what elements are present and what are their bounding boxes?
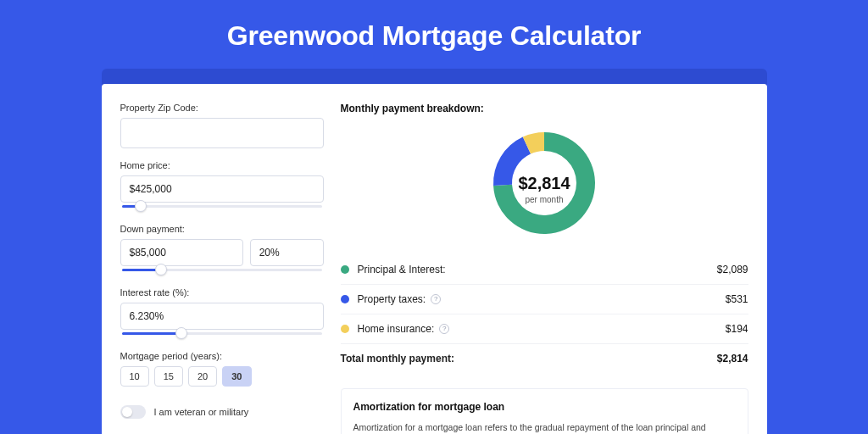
period-button-10[interactable]: 10: [120, 366, 149, 387]
amortization-card: Amortization for mortgage loan Amortizat…: [341, 388, 748, 434]
zip-input[interactable]: [120, 118, 324, 148]
slider-thumb[interactable]: [155, 264, 167, 275]
veteran-label: I am veteran or military: [154, 407, 249, 417]
legend-dot: [341, 265, 349, 274]
outer-card: Property Zip Code: Home price: Down paym…: [102, 69, 767, 434]
down-payment-pct-input[interactable]: [250, 239, 324, 266]
breakdown-row: Property taxes:?$531: [341, 285, 748, 314]
home-price-input[interactable]: [120, 175, 324, 203]
period-button-20[interactable]: 20: [188, 366, 217, 387]
slider-fill: [122, 332, 183, 335]
veteran-row: I am veteran or military: [120, 405, 324, 419]
interest-rate-slider[interactable]: [120, 329, 324, 339]
breakdown-row: Home insurance:?$194: [341, 314, 748, 344]
donut-center: $2,814 per month: [518, 174, 570, 204]
slider-thumb[interactable]: [175, 327, 187, 339]
breakdown-column: Monthly payment breakdown: $2,814 per mo…: [341, 103, 748, 434]
donut-chart-area: $2,814 per month: [341, 123, 748, 255]
breakdown-title: Monthly payment breakdown:: [341, 103, 748, 114]
info-icon[interactable]: ?: [439, 324, 449, 334]
interest-rate-label: Interest rate (%):: [120, 287, 324, 298]
total-row: Total monthly payment: $2,814: [341, 344, 748, 373]
period-button-30[interactable]: 30: [222, 366, 251, 387]
calculator-card: Property Zip Code: Home price: Down paym…: [102, 84, 767, 434]
home-price-slider[interactable]: [120, 202, 324, 212]
breakdown-label: Principal & Interest:: [358, 264, 717, 275]
breakdown-value: $2,089: [717, 264, 748, 275]
info-icon[interactable]: ?: [431, 294, 441, 304]
breakdown-label: Home insurance:?: [358, 323, 726, 335]
period-buttons: 10152030: [120, 366, 324, 387]
breakdown-row: Principal & Interest:$2,089: [341, 255, 748, 285]
legend-dot: [341, 325, 349, 333]
breakdown-label: Property taxes:?: [358, 293, 726, 305]
slider-thumb[interactable]: [135, 200, 147, 212]
down-payment-slider[interactable]: [120, 265, 324, 275]
veteran-toggle[interactable]: [120, 405, 146, 419]
form-column: Property Zip Code: Home price: Down paym…: [120, 103, 324, 434]
home-price-label: Home price:: [120, 160, 324, 170]
breakdown-value: $531: [726, 293, 748, 305]
amortization-body: Amortization for a mortgage loan refers …: [353, 421, 736, 434]
period-button-15[interactable]: 15: [154, 366, 183, 387]
interest-rate-input[interactable]: [120, 303, 324, 330]
period-label: Mortgage period (years):: [120, 351, 324, 361]
down-payment-label: Down payment:: [120, 224, 324, 234]
page-title: Greenwood Mortgage Calculator: [0, 0, 868, 69]
down-payment-input[interactable]: [120, 239, 243, 266]
zip-label: Property Zip Code:: [120, 103, 324, 113]
donut-amount: $2,814: [518, 174, 570, 193]
total-label: Total monthly payment:: [341, 353, 717, 364]
legend-dot: [341, 295, 349, 303]
breakdown-value: $194: [726, 323, 748, 335]
donut-sub: per month: [518, 195, 570, 204]
amortization-title: Amortization for mortgage loan: [353, 401, 736, 413]
toggle-knob: [122, 407, 132, 417]
total-value: $2,814: [717, 353, 748, 364]
breakdown-rows: Principal & Interest:$2,089Property taxe…: [341, 255, 748, 344]
slider-track: [122, 205, 322, 208]
